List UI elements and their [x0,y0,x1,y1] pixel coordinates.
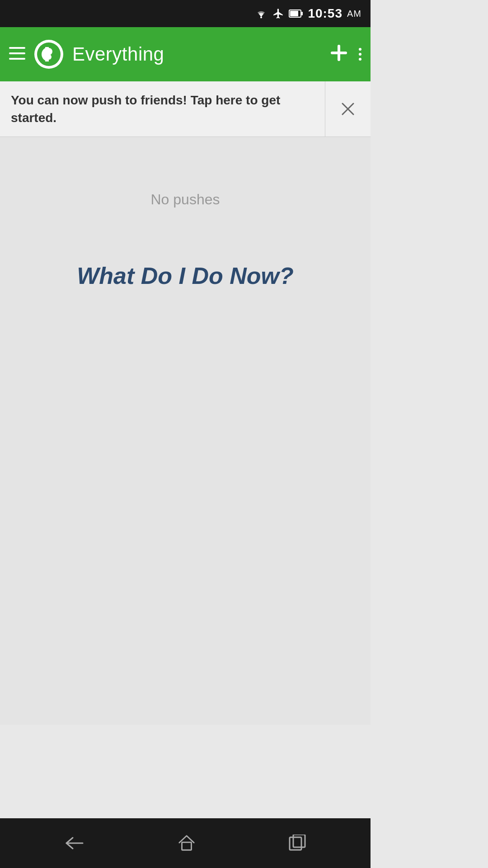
app-header: Everything [0,27,371,81]
svg-rect-10 [45,47,49,61]
status-bar: 10:53 AM [0,0,371,27]
svg-rect-16 [290,837,301,850]
svg-rect-15 [182,842,192,850]
app-title: Everything [72,43,321,65]
svg-rect-17 [293,835,305,847]
main-content: No pushes What Do I Do Now? [0,137,371,725]
status-ampm: AM [347,9,361,19]
svg-rect-2 [290,11,298,16]
empty-state-label: No pushes [151,191,220,208]
svg-rect-6 [9,58,25,60]
back-button[interactable] [64,834,85,852]
dot-2 [359,53,361,56]
status-time: 10:53 [308,6,343,21]
banner-close-button[interactable] [325,81,371,137]
nav-bar [0,818,371,868]
dot-1 [359,48,361,51]
status-icons: 10:53 AM [254,6,361,21]
push-friends-banner[interactable]: You can now push to friends! Tap here to… [0,81,371,137]
svg-rect-12 [331,52,347,54]
airplane-icon [272,8,284,19]
svg-rect-4 [9,47,25,49]
home-button[interactable] [177,834,196,852]
svg-rect-5 [9,52,25,54]
svg-rect-3 [301,12,303,15]
more-options-button[interactable] [359,48,361,61]
svg-point-0 [260,17,262,19]
add-push-button[interactable] [330,44,348,65]
wifi-icon [254,9,268,19]
banner-message[interactable]: You can now push to friends! Tap here to… [0,81,325,137]
hamburger-menu-button[interactable] [9,47,25,62]
recents-button[interactable] [288,835,307,852]
dot-3 [359,58,361,61]
empty-state-prompt: What Do I Do Now? [77,262,293,289]
battery-icon [289,9,303,19]
app-logo [34,40,63,69]
header-actions [330,44,361,65]
